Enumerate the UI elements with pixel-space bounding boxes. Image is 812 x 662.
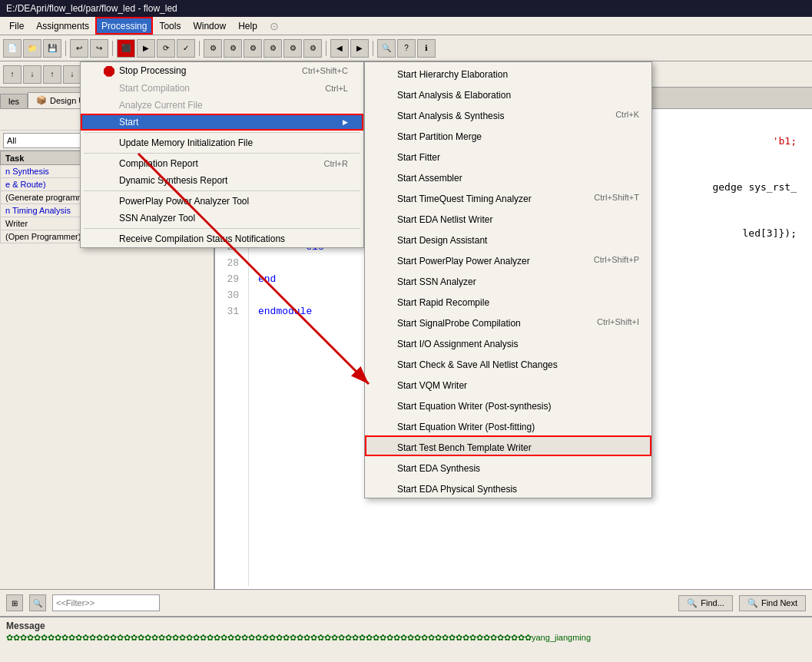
sub-icon-7 bbox=[377, 190, 393, 202]
check-btn[interactable]: ✓ bbox=[177, 39, 195, 58]
code-btn4[interactable]: ↓ bbox=[63, 65, 81, 84]
design-units-icon: 📦 bbox=[36, 95, 47, 105]
sub-assembler[interactable]: Start Assembler bbox=[365, 166, 651, 187]
sub-icon-16 bbox=[377, 376, 393, 389]
sep-proc-3 bbox=[84, 190, 360, 191]
help-btn[interactable]: ? bbox=[397, 39, 416, 58]
stop-btn[interactable]: ⬛ bbox=[117, 39, 135, 58]
play-btn[interactable]: ▶ bbox=[137, 39, 155, 58]
sub-hier-elab[interactable]: Start Hierarchy Elaboration bbox=[365, 62, 651, 83]
menu-start[interactable]: Start bbox=[81, 114, 363, 131]
menu-compilation-report[interactable]: Compilation Report Ctrl+R bbox=[81, 155, 363, 172]
sub-shortcut-3: Ctrl+K bbox=[615, 110, 639, 119]
sub-eda-netlist[interactable]: Start EDA Netlist Writer bbox=[365, 207, 651, 228]
tool-btn1[interactable]: ⚙ bbox=[204, 39, 222, 58]
sub-analysis-synth[interactable]: Start Analysis & Synthesis Ctrl+K bbox=[365, 104, 651, 124]
code-btn3[interactable]: ↑ bbox=[43, 65, 61, 84]
sub-check-save[interactable]: Start Check & Save All Netlist Changes bbox=[365, 353, 651, 373]
menu-powerplay-tool[interactable]: PowerPlay Power Analyzer Tool bbox=[81, 193, 363, 210]
sub-icon-3 bbox=[377, 107, 393, 119]
sub-signalprobe[interactable]: Start SignalProbe Compilation Ctrl+Shift… bbox=[365, 311, 651, 332]
new-btn[interactable]: 📄 bbox=[3, 39, 22, 58]
processing-menu: Stop Processing Ctrl+Shift+C Start Compi… bbox=[80, 61, 364, 248]
sub-eda-synthesis[interactable]: Start EDA Synthesis bbox=[365, 456, 651, 477]
sub-io-assignment[interactable]: Start I/O Assignment Analysis bbox=[365, 332, 651, 353]
toolbar-1: 📄 📁 💾 ↩ ↪ ⬛ ▶ ⟳ ✓ ⚙ ⚙ ⚙ ⚙ ⚙ ⚙ ◀ ▶ 🔍 ? ℹ bbox=[0, 35, 812, 61]
sub-icon-13 bbox=[377, 314, 393, 326]
sub-vqm-writer[interactable]: Start VQM Writer bbox=[365, 373, 651, 394]
menu-ssn-tool[interactable]: SSN Analyzer Tool bbox=[81, 210, 363, 227]
sub-rapid-recompile[interactable]: Start Rapid Recompile bbox=[365, 290, 651, 311]
tool-btn4[interactable]: ⚙ bbox=[263, 39, 282, 58]
sub-icon-14 bbox=[377, 335, 393, 347]
menu-analyze-file: Analyze Current File bbox=[81, 97, 363, 114]
menu-stop-processing[interactable]: Stop Processing Ctrl+Shift+C bbox=[81, 62, 363, 80]
find-next-button[interactable]: 🔍 Find Next bbox=[739, 595, 806, 611]
sub-icon-12 bbox=[377, 293, 393, 306]
message-bar: Message ✿✿✿✿✿✿✿✿✿✿✿✿✿✿✿✿✿✿✿✿✿✿✿✿✿✿✿✿✿✿✿✿… bbox=[0, 616, 812, 662]
title-text: E:/DEApri/flow_led/par/flow_led - flow_l… bbox=[6, 3, 177, 14]
sep-3 bbox=[199, 41, 200, 56]
undo-btn[interactable]: ↩ bbox=[70, 39, 88, 58]
code-btn1[interactable]: ↑ bbox=[3, 65, 22, 84]
sub-timequest[interactable]: Start TimeQuest Timing Analyzer Ctrl+Shi… bbox=[365, 187, 651, 207]
sep-4 bbox=[326, 41, 326, 56]
menu-tools[interactable]: Tools bbox=[153, 17, 187, 35]
nav-btn1[interactable]: ◀ bbox=[330, 39, 349, 58]
sub-eq-post-synth[interactable]: Start Equation Writer (Post-synthesis) bbox=[365, 394, 651, 415]
sub-icon-1 bbox=[377, 65, 393, 78]
sub-eq-post-fit[interactable]: Start Equation Writer (Post-fitting) bbox=[365, 415, 651, 435]
menu-help[interactable]: Help bbox=[232, 17, 263, 35]
sub-shortcut-13: Ctrl+Shift+I bbox=[597, 317, 639, 326]
menu-start-compilation: Start Compilation Ctrl+L bbox=[81, 80, 363, 97]
sub-icon-15 bbox=[377, 356, 393, 368]
filter-input[interactable] bbox=[52, 594, 160, 611]
sub-icon-17 bbox=[377, 397, 393, 409]
tool-btn2[interactable]: ⚙ bbox=[224, 39, 242, 58]
tool-btn3[interactable]: ⚙ bbox=[244, 39, 262, 58]
status-bar: ⊞ 🔍 🔍 Find... 🔍 Find Next bbox=[0, 589, 812, 616]
code-btn2[interactable]: ↓ bbox=[23, 65, 41, 84]
menu-update-memory[interactable]: Update Memory Initialization File bbox=[81, 134, 363, 151]
status-btn1[interactable]: ⊞ bbox=[6, 594, 23, 611]
save-btn[interactable]: 💾 bbox=[43, 39, 61, 58]
menu-file[interactable]: File bbox=[3, 17, 30, 35]
sep-2 bbox=[112, 41, 113, 56]
compile-btn[interactable]: ⟳ bbox=[157, 39, 175, 58]
redo-btn[interactable]: ↪ bbox=[90, 39, 108, 58]
sub-powerplay[interactable]: Start PowerPlay Power Analyzer Ctrl+Shif… bbox=[365, 249, 651, 270]
menu-window[interactable]: Window bbox=[187, 17, 232, 35]
info-btn[interactable]: ℹ bbox=[417, 39, 436, 58]
sub-icon-20 bbox=[377, 459, 393, 472]
menu-notifications[interactable]: Receive Compilation Status Notifications bbox=[81, 230, 363, 247]
sub-icon-18 bbox=[377, 418, 393, 430]
find-button[interactable]: 🔍 Find... bbox=[678, 595, 733, 611]
sep-proc-2 bbox=[84, 153, 360, 154]
sub-design-assistant[interactable]: Start Design Assistant bbox=[365, 228, 651, 249]
sub-icon-11 bbox=[377, 273, 393, 285]
tool-btn6[interactable]: ⚙ bbox=[303, 39, 322, 58]
right-code-2: gedge sys_rst_ bbox=[712, 180, 797, 196]
sub-icon-2 bbox=[377, 86, 393, 98]
sub-analysis-elab[interactable]: Start Analysis & Elaboration bbox=[365, 83, 651, 104]
tab-files[interactable]: les bbox=[0, 94, 28, 108]
sub-partition-merge[interactable]: Start Partition Merge bbox=[365, 124, 651, 145]
sub-fitter[interactable]: Start Fitter bbox=[365, 145, 651, 166]
sub-eda-physical[interactable]: Start EDA Physical Synthesis bbox=[365, 477, 651, 498]
sep-proc-1 bbox=[84, 132, 360, 133]
sub-ssn[interactable]: Start SSN Analyzer bbox=[365, 270, 651, 290]
tool-btn5[interactable]: ⚙ bbox=[283, 39, 302, 58]
help-icon: ⊙ bbox=[270, 20, 279, 32]
menu-processing[interactable]: Processing bbox=[95, 17, 153, 35]
sub-icon-9 bbox=[377, 231, 393, 243]
menu-assignments[interactable]: Assignments bbox=[30, 17, 95, 35]
open-btn[interactable]: 📁 bbox=[23, 39, 41, 58]
zoom-btn[interactable]: 🔍 bbox=[377, 39, 396, 58]
message-content: ✿✿✿✿✿✿✿✿✿✿✿✿✿✿✿✿✿✿✿✿✿✿✿✿✿✿✿✿✿✿✿✿✿✿✿✿✿✿✿✿… bbox=[6, 633, 806, 643]
status-btn2[interactable]: 🔍 bbox=[29, 594, 46, 611]
menu-dynamic-synthesis[interactable]: Dynamic Synthesis Report bbox=[81, 172, 363, 189]
sub-icon-21 bbox=[377, 480, 393, 492]
find-icon: 🔍 bbox=[687, 598, 698, 608]
nav-btn2[interactable]: ▶ bbox=[350, 39, 369, 58]
sub-test-bench[interactable]: Start Test Bench Template Writer bbox=[365, 435, 651, 456]
